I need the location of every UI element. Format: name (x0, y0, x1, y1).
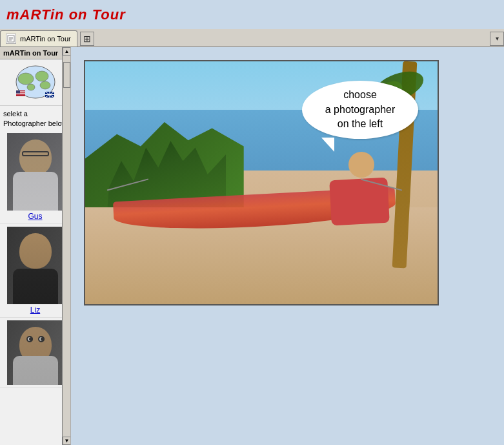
top-title-area: mARTin on Tour (0, 0, 504, 29)
svg-point-6 (35, 71, 48, 81)
world-map-icon (13, 65, 58, 100)
svg-rect-12 (16, 90, 20, 94)
scrollbar-thumb[interactable] (63, 62, 70, 88)
photographer-link-liz[interactable]: Liz (30, 305, 40, 315)
sidebar-header: mARTin on Tour (0, 47, 70, 59)
photographer-photo-gus (7, 133, 64, 211)
gus-photo-overlay (7, 133, 64, 211)
main-image-container: choose a photographer on the left (84, 60, 439, 305)
sidebar-header-label: mARTin on Tour (3, 49, 58, 57)
third-photo-overlay (7, 320, 64, 385)
speech-bubble: choose a photographer on the left (302, 81, 418, 139)
svg-point-5 (18, 73, 34, 85)
browser-tab[interactable]: mARTin on Tour (0, 30, 77, 47)
main-content: choose a photographer on the left (71, 47, 504, 445)
new-tab-button[interactable]: ⊞ (80, 32, 94, 46)
browser-content: mARTin on Tour (0, 47, 504, 445)
photographer-photo-liz (7, 227, 64, 304)
sidebar-scrollbar: ▲ ▼ (62, 47, 70, 445)
svg-point-8 (27, 84, 35, 90)
photographer-item-third (0, 318, 70, 388)
tab-bar: mARTin on Tour ⊞ ▾ (0, 29, 504, 47)
liz-photo-overlay (7, 227, 64, 304)
sidebar-logo-area (0, 59, 70, 106)
scrollbar-up-button[interactable]: ▲ (63, 47, 71, 56)
svg-point-7 (40, 81, 50, 89)
tab-page-icon (6, 34, 16, 44)
svg-rect-11 (16, 94, 25, 95)
tab-scroll-button[interactable]: ▾ (490, 32, 504, 46)
photographer-link-gus[interactable]: Gus (28, 212, 42, 221)
site-title: mARTin on Tour (6, 6, 126, 23)
sidebar-photographer-list[interactable]: Gus Liz (0, 130, 70, 445)
sidebar: mARTin on Tour (0, 47, 71, 445)
scrollbar-down-button[interactable]: ▼ (63, 437, 71, 445)
photographer-item-gus: Gus (0, 130, 70, 224)
speech-bubble-text: choose a photographer on the left (325, 88, 396, 131)
sidebar-instruction: selekt a Photographer below (0, 106, 70, 130)
scene-person-head (348, 152, 374, 178)
photographer-photo-third (7, 320, 64, 385)
main-photo: choose a photographer on the left (84, 60, 439, 305)
photographer-item-liz: Liz (0, 224, 70, 318)
tab-label: mARTin on Tour (20, 35, 72, 43)
scrollbar-track[interactable] (63, 56, 70, 437)
